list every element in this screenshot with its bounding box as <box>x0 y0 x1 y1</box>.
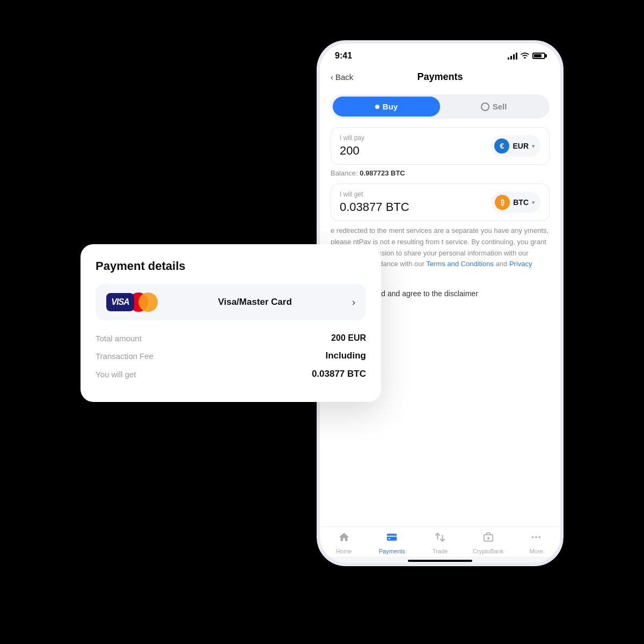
visa-logo: VISA <box>106 293 134 311</box>
balance-text: Balance: 0.987723 BTC <box>331 169 550 177</box>
fee-row: Transaction Fee Including <box>96 350 366 361</box>
home-icon <box>338 531 350 546</box>
btc-label: BTC <box>513 198 529 207</box>
fee-value: Including <box>325 350 366 361</box>
btc-currency-selector[interactable]: ₿ BTC ▾ <box>492 192 540 213</box>
home-bar <box>408 560 472 562</box>
back-label: Back <box>335 72 353 82</box>
status-bar: 9:41 <box>320 43 560 64</box>
btc-chevron-icon: ▾ <box>532 199 535 206</box>
nav-item-cryptobank[interactable]: CryptoBank <box>472 531 504 554</box>
nav-label-more: More <box>530 548 543 554</box>
buy-dot-icon <box>375 105 379 109</box>
you-get-row: You will get 0.03877 BTC <box>96 369 366 379</box>
page-title: Payments <box>417 71 463 83</box>
get-label: I will get <box>340 191 409 198</box>
signal-icon <box>508 52 517 60</box>
status-icons <box>508 52 545 60</box>
buy-label: Buy <box>383 102 398 111</box>
svg-rect-0 <box>387 534 397 541</box>
card-method-selector[interactable]: VISA Visa/Master Card › <box>96 284 366 320</box>
total-amount-row: Total amount 200 EUR <box>96 333 366 343</box>
total-value: 200 EUR <box>331 333 366 343</box>
cryptobank-icon <box>482 531 494 546</box>
balance-value: 0.987723 BTC <box>360 169 405 177</box>
sell-circle-icon <box>481 103 489 111</box>
nav-item-home[interactable]: Home <box>328 531 360 554</box>
back-button[interactable]: ‹ Back <box>331 72 353 82</box>
card-chevron-icon: › <box>352 297 355 308</box>
pay-value[interactable]: 200 <box>340 144 364 158</box>
nav-item-trade[interactable]: Trade <box>424 531 456 554</box>
nav-label-trade: Trade <box>433 548 448 554</box>
sell-button[interactable]: Sell <box>440 97 547 116</box>
terms-link[interactable]: Terms and Conditions <box>426 260 494 268</box>
get-input-section: I will get 0.03877 BTC ₿ BTC ▾ <box>331 184 550 221</box>
scene: 9:41 <box>80 40 564 604</box>
battery-icon <box>532 53 545 59</box>
app-header: ‹ Back Payments <box>320 64 560 90</box>
nav-item-more[interactable]: More <box>520 531 552 554</box>
eur-icon: € <box>494 138 509 153</box>
eur-chevron-icon: ▾ <box>532 143 535 150</box>
nav-label-payments: Payments <box>379 548 405 554</box>
nav-item-payments[interactable]: Payments <box>376 531 408 554</box>
sell-label: Sell <box>493 102 507 111</box>
you-get-value: 0.03877 BTC <box>312 369 366 379</box>
more-icon <box>530 531 542 546</box>
payments-icon <box>386 531 398 546</box>
eur-label: EUR <box>513 142 529 150</box>
pay-input-section: I will pay 200 € EUR ▾ <box>331 127 550 165</box>
svg-point-5 <box>539 536 541 538</box>
bottom-nav: Home Payments Trade <box>320 526 560 557</box>
card-logos: VISA <box>106 292 158 312</box>
get-value[interactable]: 0.03877 BTC <box>340 200 409 214</box>
btc-icon: ₿ <box>495 195 510 210</box>
nav-label-cryptobank: CryptoBank <box>473 548 503 554</box>
trade-icon <box>434 531 446 546</box>
fee-label: Transaction Fee <box>96 352 153 361</box>
wifi-icon <box>521 52 529 60</box>
pay-label: I will pay <box>340 134 364 142</box>
buy-sell-toggle: Buy Sell <box>331 94 550 119</box>
status-time: 9:41 <box>335 51 352 61</box>
total-label: Total amount <box>96 334 142 343</box>
nav-label-home: Home <box>336 548 352 554</box>
card-method-label: Visa/Master Card <box>218 297 292 308</box>
eur-currency-selector[interactable]: € EUR ▾ <box>491 135 540 157</box>
payment-details-card: Payment details VISA Visa/Master Card › … <box>80 244 381 402</box>
you-get-label: You will get <box>96 370 136 379</box>
svg-rect-1 <box>389 538 391 539</box>
svg-point-3 <box>532 536 534 538</box>
buy-button[interactable]: Buy <box>333 97 440 116</box>
payment-card-title: Payment details <box>96 259 366 273</box>
svg-point-4 <box>535 536 537 538</box>
